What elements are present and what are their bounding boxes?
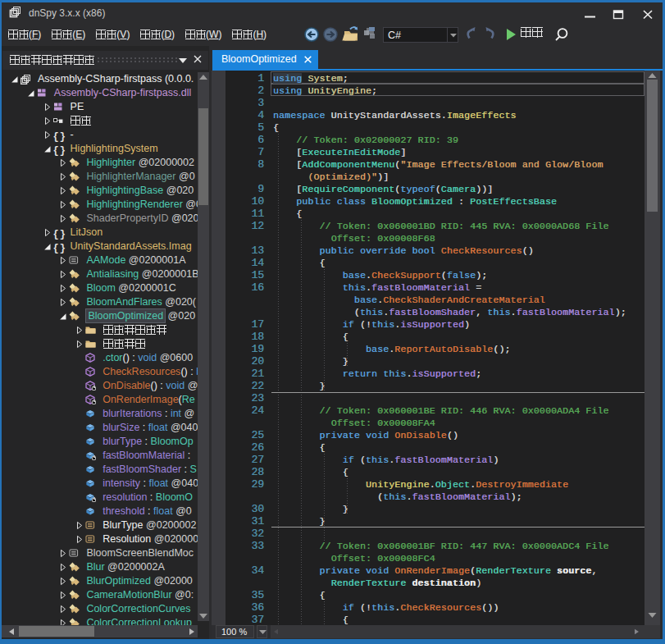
svg-text:C#: C# xyxy=(388,30,401,41)
